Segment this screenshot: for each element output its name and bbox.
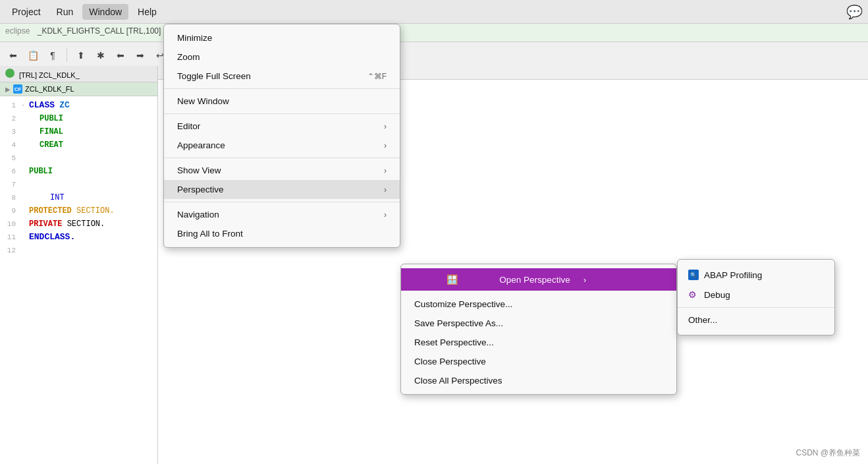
menu-separator-1 [164, 88, 400, 89]
open-perspective-submenu: 🔍 ABAP Profiling ⚙ Debug Other... [677, 259, 835, 335]
menu-separator-2 [164, 113, 400, 114]
code-line-7: 7 [0, 178, 157, 191]
open-perspective-icon: 🪟 [410, 274, 494, 285]
submenu-item-debug[interactable]: ⚙ Debug [678, 285, 834, 304]
abap-icon: 🔍 [688, 270, 699, 280]
toolbar-btn-5[interactable]: ✱ [93, 47, 109, 63]
menu-item-bring-all[interactable]: Bring All to Front [164, 224, 400, 243]
menubar-item-window[interactable]: Window [82, 4, 128, 20]
submenu-item-other[interactable]: Other... [678, 310, 834, 330]
menu-separator-4 [164, 202, 400, 202]
cf-icon: CF [13, 84, 22, 94]
toolbar-btn-1[interactable]: ⬅ [5, 47, 21, 63]
tab2-label: ZCL_KDLK_FL [25, 85, 74, 93]
menu-item-minimize[interactable]: Minimize [164, 28, 400, 47]
toolbar: ⬅ 📋 ¶ ⬆ ✱ ⬅ ➡ ↩ ➡ 📄 [0, 42, 868, 69]
title-bar: eclipse _KDLK_FLIGHTS_CALL [TRL,100] - a… [0, 24, 868, 42]
menubar: Project Run Window Help 💬 [0, 0, 868, 24]
watermark-text: CSDN @养鱼种菜 [796, 448, 860, 457]
menu-item-customize-perspective[interactable]: Customize Perspective... [401, 295, 676, 314]
perspective-menu: 🪟 Open Perspective › Customize Perspecti… [400, 264, 677, 395]
toolbar-btn-4[interactable]: ⬆ [73, 47, 89, 63]
menubar-item-run[interactable]: Run [50, 4, 80, 20]
debug-icon: ⚙ [688, 289, 699, 300]
menu-item-zoom[interactable]: Zoom [164, 47, 400, 67]
menu-item-save-perspective[interactable]: Save Perspective As... [401, 314, 676, 333]
perspective-arrow-icon: › [384, 185, 387, 194]
green-circle-icon [5, 69, 14, 78]
menu-item-navigation[interactable]: Navigation › [164, 205, 400, 224]
code-line-11: 11 ENDCLASS. [0, 231, 157, 244]
menu-item-show-view[interactable]: Show View › [164, 161, 400, 180]
code-panel-header: [TRL] ZCL_KDLK_ [0, 66, 157, 82]
code-tab-2[interactable]: ▶ CF ZCL_KDLK_FL [0, 82, 157, 96]
code-line-8: 8 INT [0, 191, 157, 204]
menu-item-perspective[interactable]: Perspective › [164, 180, 400, 199]
code-panel: [TRL] ZCL_KDLK_ ▶ CF ZCL_KDLK_FL 1 - CLA… [0, 66, 158, 464]
watermark: CSDN @养鱼种菜 [796, 448, 860, 459]
wechat-icon[interactable]: 💬 [846, 4, 863, 20]
code-line-5: 5 [0, 152, 157, 165]
appearance-arrow-icon: › [384, 141, 387, 150]
toolbar-btn-2[interactable]: 📋 [25, 47, 41, 63]
menubar-item-project[interactable]: Project [5, 4, 47, 20]
tab1-label[interactable]: [TRL] ZCL_KDLK_ [19, 71, 80, 79]
submenu-item-abap-profiling[interactable]: 🔍 ABAP Profiling [678, 265, 834, 285]
menu-separator-3 [164, 158, 400, 158]
toolbar-separator-1 [67, 49, 67, 62]
code-content: 1 - CLASS ZC 2 PUBLI 3 FINAL 4 CREAT 5 6… [0, 96, 157, 260]
toolbar-btn-arrow-left[interactable]: ⬅ [113, 47, 128, 63]
submenu-separator [678, 307, 834, 308]
code-line-6: 6 PUBLI [0, 165, 157, 178]
menu-item-toggle-fullscreen[interactable]: Toggle Full Screen ⌃⌘F [164, 67, 400, 86]
eclipse-label: eclipse [5, 26, 30, 36]
toolbar-btn-arrow-right[interactable]: ➡ [132, 47, 148, 63]
navigation-arrow-icon: › [384, 210, 387, 219]
code-line-10: 10 PRIVATE SECTION. [0, 218, 157, 231]
menubar-item-help[interactable]: Help [131, 4, 163, 20]
code-line-2: 2 PUBLI [0, 112, 157, 125]
code-line-4: 4 CREAT [0, 138, 157, 152]
menu-item-reset-perspective[interactable]: Reset Perspective... [401, 333, 676, 352]
toolbar-btn-3[interactable]: ¶ [45, 47, 61, 63]
code-line-9: 9 PROTECTED SECTION. [0, 204, 157, 218]
show-view-arrow-icon: › [384, 166, 387, 175]
menu-item-close-all-perspectives[interactable]: Close All Perspectives [401, 371, 676, 390]
window-menu: Minimize Zoom Toggle Full Screen ⌃⌘F New… [163, 24, 400, 248]
editor-arrow-icon: › [384, 122, 387, 131]
menu-item-open-perspective[interactable]: 🪟 Open Perspective › [401, 268, 676, 291]
menu-item-close-perspective[interactable]: Close Perspective [401, 352, 676, 371]
code-line-3: 3 FINAL [0, 125, 157, 138]
open-perspective-arrow-icon: › [583, 275, 667, 285]
menu-item-editor[interactable]: Editor › [164, 117, 400, 136]
code-line-12: 12 [0, 244, 157, 257]
menu-item-appearance[interactable]: Appearance › [164, 136, 400, 155]
menu-item-new-window[interactable]: New Window [164, 92, 400, 111]
code-line-1: 1 - CLASS ZC [0, 99, 157, 112]
